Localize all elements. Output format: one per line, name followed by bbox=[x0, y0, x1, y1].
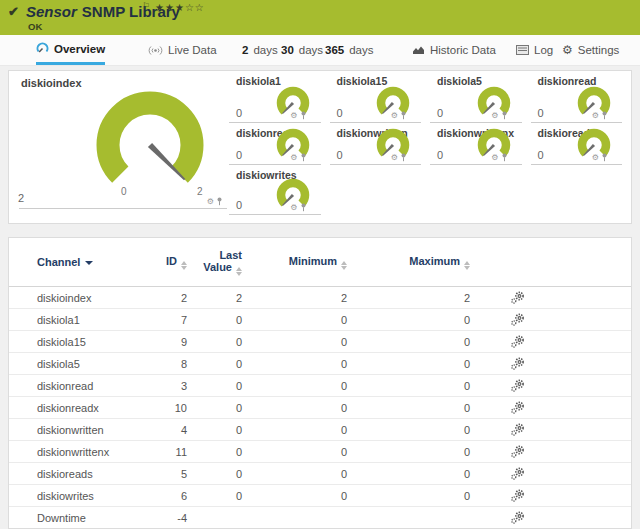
cell-id: 4 bbox=[147, 424, 187, 436]
cell-id: -4 bbox=[147, 512, 187, 524]
tab-number: 2 bbox=[242, 44, 248, 56]
channel-settings-button[interactable] bbox=[470, 423, 565, 437]
tab-historic-data[interactable]: Historic Data bbox=[412, 35, 496, 65]
gauge-gear-icon[interactable]: ⚙ bbox=[391, 112, 398, 120]
column-header-last-value[interactable]: Last Value bbox=[187, 249, 242, 276]
channel-settings-button[interactable] bbox=[470, 291, 565, 305]
title-prefix: Sensor bbox=[26, 3, 77, 20]
tab-log[interactable]: Log bbox=[516, 35, 553, 65]
cell-minimum: 0 bbox=[242, 336, 347, 348]
pin-icon[interactable] bbox=[400, 153, 407, 162]
flag-icon[interactable]: ⚐ bbox=[142, 1, 150, 11]
channel-settings-button[interactable] bbox=[470, 489, 565, 503]
small-gauge-cell: diskiola1 0 ⚙ bbox=[229, 71, 321, 123]
column-header-maximum[interactable]: Maximum bbox=[347, 255, 470, 270]
tab-overview[interactable]: Overview bbox=[36, 35, 105, 65]
cell-channel: diskionwritten bbox=[37, 424, 147, 436]
cell-maximum: 0 bbox=[347, 380, 470, 392]
tab-unit: days bbox=[253, 44, 277, 56]
pin-icon[interactable] bbox=[400, 111, 407, 120]
cell-id: 3 bbox=[147, 380, 187, 392]
tab-2-days[interactable]: 2 days bbox=[242, 35, 278, 65]
cell-id: 2 bbox=[147, 292, 187, 304]
gauge-gear-icon[interactable]: ⚙ bbox=[290, 112, 297, 120]
channel-settings-button[interactable] bbox=[470, 467, 565, 481]
cell-channel: diskionwrittenx bbox=[37, 446, 147, 458]
table-row: diskioindex 2 2 2 2 bbox=[9, 287, 631, 309]
cell-maximum: 0 bbox=[347, 490, 470, 502]
main-gauge-value: 2 bbox=[18, 192, 24, 204]
channel-settings-button[interactable] bbox=[470, 357, 565, 371]
column-header-channel[interactable]: Channel bbox=[37, 256, 147, 268]
cell-last-value: 0 bbox=[187, 314, 242, 326]
tab-label: Live Data bbox=[168, 44, 217, 56]
pin-icon[interactable] bbox=[300, 111, 307, 120]
pin-icon[interactable] bbox=[300, 203, 307, 212]
pin-icon[interactable] bbox=[216, 197, 223, 206]
main-gauge-cell: diskioindex 0 2 2 ⚙ bbox=[9, 71, 229, 223]
cell-channel: diskioreads bbox=[37, 468, 147, 480]
gauge-gear-icon[interactable]: ⚙ bbox=[491, 112, 498, 120]
gauge-gear-icon[interactable]: ⚙ bbox=[491, 154, 498, 162]
header-label: Last bbox=[219, 249, 242, 261]
small-gauge-actions: ⚙ bbox=[290, 203, 306, 212]
cell-channel: diskioindex bbox=[37, 292, 147, 304]
channel-gears-icon bbox=[510, 313, 525, 326]
tab-live-data[interactable]: Live Data bbox=[148, 35, 217, 65]
pin-icon[interactable] bbox=[501, 153, 508, 162]
channel-gears-icon bbox=[510, 423, 525, 436]
channel-settings-button[interactable] bbox=[470, 511, 565, 525]
cell-minimum: 0 bbox=[242, 402, 347, 414]
gauge-gear-icon[interactable]: ⚙ bbox=[290, 154, 297, 162]
table-body: diskioindex 2 2 2 2 diskiola1 7 0 0 0 bbox=[9, 287, 631, 529]
small-gauge-value: 0 bbox=[437, 107, 443, 119]
cell-channel: Downtime bbox=[37, 512, 147, 524]
header-label: Minimum bbox=[289, 255, 337, 267]
column-header-minimum[interactable]: Minimum bbox=[242, 255, 347, 270]
small-gauge-cell: diskionwrittenx 0 ⚙ bbox=[430, 123, 522, 165]
channel-gears-icon bbox=[510, 335, 525, 348]
priority-stars[interactable]: ★★★☆☆ bbox=[155, 2, 205, 13]
channel-settings-button[interactable] bbox=[470, 401, 565, 415]
cell-maximum: 2 bbox=[347, 292, 470, 304]
tab-unit: days bbox=[299, 44, 323, 56]
small-gauge-value: 0 bbox=[538, 107, 544, 119]
cell-minimum: 0 bbox=[242, 380, 347, 392]
pin-icon[interactable] bbox=[501, 111, 508, 120]
channel-settings-button[interactable] bbox=[470, 445, 565, 459]
small-gauge-actions: ⚙ bbox=[391, 111, 407, 120]
header-label: Maximum bbox=[409, 255, 460, 267]
channel-settings-button[interactable] bbox=[470, 335, 565, 349]
small-gauge-cell: diskionwritten 0 ⚙ bbox=[330, 123, 422, 165]
tab-30-days[interactable]: 30 days bbox=[281, 35, 323, 65]
gauge-gear-icon[interactable]: ⚙ bbox=[592, 112, 599, 120]
pin-icon[interactable] bbox=[601, 153, 608, 162]
cell-last-value: 0 bbox=[187, 402, 242, 414]
channel-settings-button[interactable] bbox=[470, 379, 565, 393]
small-gauge-value: 0 bbox=[337, 107, 343, 119]
gauge-gear-icon[interactable]: ⚙ bbox=[592, 154, 599, 162]
tab-settings[interactable]: ⚙ Settings bbox=[562, 35, 619, 65]
gauge-gear-icon[interactable]: ⚙ bbox=[391, 154, 398, 162]
channel-settings-button[interactable] bbox=[470, 313, 565, 327]
tab-label: Log bbox=[534, 44, 553, 56]
live-data-icon bbox=[148, 45, 163, 56]
cell-maximum: 0 bbox=[347, 336, 470, 348]
pin-icon[interactable] bbox=[300, 153, 307, 162]
table-row: diskionreadx 10 0 0 0 bbox=[9, 397, 631, 419]
column-header-id[interactable]: ID bbox=[147, 255, 187, 270]
channel-gears-icon bbox=[510, 511, 525, 524]
status-badge: OK bbox=[28, 21, 42, 32]
tab-365-days[interactable]: 365 days bbox=[325, 35, 373, 65]
cell-last-value: 0 bbox=[187, 380, 242, 392]
gauge-gear-icon[interactable]: ⚙ bbox=[290, 204, 297, 212]
channel-gears-icon bbox=[510, 379, 525, 392]
table-header-row: Channel ID Last Value Minimum Maximum bbox=[9, 238, 631, 287]
pin-icon[interactable] bbox=[601, 111, 608, 120]
cell-id: 8 bbox=[147, 358, 187, 370]
gear-icon: ⚙ bbox=[562, 44, 573, 56]
cell-last-value: 0 bbox=[187, 336, 242, 348]
gauge-gear-icon[interactable]: ⚙ bbox=[207, 198, 214, 206]
cell-maximum: 0 bbox=[347, 446, 470, 458]
small-gauge-cell: diskiowrites 0 ⚙ bbox=[229, 165, 321, 215]
